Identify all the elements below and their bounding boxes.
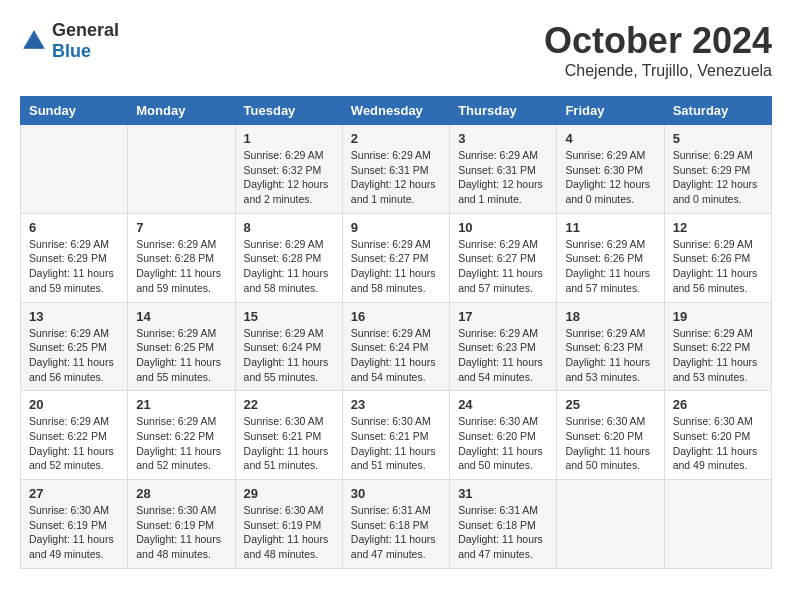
day-number: 15 <box>244 309 334 324</box>
cell-text: Sunset: 6:30 PM <box>565 163 655 178</box>
logo-icon <box>20 27 48 55</box>
calendar-cell: 24Sunrise: 6:30 AMSunset: 6:20 PMDayligh… <box>450 391 557 480</box>
cell-text: Daylight: 11 hours and 49 minutes. <box>673 444 763 473</box>
cell-text: Sunrise: 6:30 AM <box>244 414 334 429</box>
cell-text: Sunrise: 6:29 AM <box>565 326 655 341</box>
day-number: 18 <box>565 309 655 324</box>
day-number: 16 <box>351 309 441 324</box>
cell-text: Daylight: 11 hours and 56 minutes. <box>673 266 763 295</box>
calendar-cell: 30Sunrise: 6:31 AMSunset: 6:18 PMDayligh… <box>342 480 449 569</box>
cell-text: Sunrise: 6:29 AM <box>244 148 334 163</box>
cell-text: Sunset: 6:27 PM <box>458 251 548 266</box>
calendar-cell: 3Sunrise: 6:29 AMSunset: 6:31 PMDaylight… <box>450 125 557 214</box>
calendar-cell: 5Sunrise: 6:29 AMSunset: 6:29 PMDaylight… <box>664 125 771 214</box>
page-header: General Blue October 2024 Chejende, Truj… <box>20 20 772 80</box>
cell-text: Daylight: 11 hours and 58 minutes. <box>244 266 334 295</box>
cell-text: Daylight: 11 hours and 47 minutes. <box>351 532 441 561</box>
calendar-cell: 31Sunrise: 6:31 AMSunset: 6:18 PMDayligh… <box>450 480 557 569</box>
calendar-cell: 10Sunrise: 6:29 AMSunset: 6:27 PMDayligh… <box>450 213 557 302</box>
cell-text: Sunset: 6:18 PM <box>458 518 548 533</box>
day-number: 27 <box>29 486 119 501</box>
calendar-cell: 22Sunrise: 6:30 AMSunset: 6:21 PMDayligh… <box>235 391 342 480</box>
calendar-cell <box>557 480 664 569</box>
cell-text: Daylight: 11 hours and 57 minutes. <box>458 266 548 295</box>
day-number: 5 <box>673 131 763 146</box>
day-number: 30 <box>351 486 441 501</box>
cell-text: Daylight: 11 hours and 55 minutes. <box>136 355 226 384</box>
cell-text: Sunrise: 6:30 AM <box>673 414 763 429</box>
cell-text: Sunset: 6:24 PM <box>351 340 441 355</box>
cell-text: Daylight: 11 hours and 50 minutes. <box>565 444 655 473</box>
cell-text: Daylight: 12 hours and 0 minutes. <box>673 177 763 206</box>
day-header-sunday: Sunday <box>21 97 128 125</box>
day-number: 25 <box>565 397 655 412</box>
cell-text: Sunrise: 6:29 AM <box>29 414 119 429</box>
cell-text: Sunrise: 6:30 AM <box>244 503 334 518</box>
cell-text: Daylight: 11 hours and 47 minutes. <box>458 532 548 561</box>
cell-text: Sunrise: 6:29 AM <box>351 237 441 252</box>
cell-text: Daylight: 11 hours and 59 minutes. <box>136 266 226 295</box>
cell-text: Daylight: 11 hours and 48 minutes. <box>244 532 334 561</box>
month-title: October 2024 <box>544 20 772 62</box>
cell-text: Sunrise: 6:29 AM <box>673 237 763 252</box>
day-number: 17 <box>458 309 548 324</box>
calendar-cell: 26Sunrise: 6:30 AMSunset: 6:20 PMDayligh… <box>664 391 771 480</box>
day-number: 10 <box>458 220 548 235</box>
cell-text: Sunrise: 6:30 AM <box>351 414 441 429</box>
calendar-cell: 15Sunrise: 6:29 AMSunset: 6:24 PMDayligh… <box>235 302 342 391</box>
cell-text: Daylight: 12 hours and 1 minute. <box>351 177 441 206</box>
cell-text: Sunset: 6:23 PM <box>565 340 655 355</box>
calendar-body: 1Sunrise: 6:29 AMSunset: 6:32 PMDaylight… <box>21 125 772 569</box>
calendar-cell: 18Sunrise: 6:29 AMSunset: 6:23 PMDayligh… <box>557 302 664 391</box>
cell-text: Sunrise: 6:30 AM <box>29 503 119 518</box>
logo: General Blue <box>20 20 119 62</box>
calendar-cell: 1Sunrise: 6:29 AMSunset: 6:32 PMDaylight… <box>235 125 342 214</box>
day-number: 3 <box>458 131 548 146</box>
cell-text: Sunrise: 6:29 AM <box>673 148 763 163</box>
cell-text: Sunrise: 6:29 AM <box>565 237 655 252</box>
cell-text: Sunset: 6:22 PM <box>136 429 226 444</box>
cell-text: Sunset: 6:20 PM <box>673 429 763 444</box>
day-number: 1 <box>244 131 334 146</box>
cell-text: Daylight: 11 hours and 56 minutes. <box>29 355 119 384</box>
calendar-cell: 2Sunrise: 6:29 AMSunset: 6:31 PMDaylight… <box>342 125 449 214</box>
calendar-cell: 29Sunrise: 6:30 AMSunset: 6:19 PMDayligh… <box>235 480 342 569</box>
calendar-cell <box>128 125 235 214</box>
cell-text: Sunset: 6:28 PM <box>244 251 334 266</box>
cell-text: Sunrise: 6:30 AM <box>565 414 655 429</box>
day-number: 8 <box>244 220 334 235</box>
calendar-cell: 12Sunrise: 6:29 AMSunset: 6:26 PMDayligh… <box>664 213 771 302</box>
cell-text: Sunset: 6:26 PM <box>565 251 655 266</box>
cell-text: Sunrise: 6:30 AM <box>458 414 548 429</box>
cell-text: Sunrise: 6:31 AM <box>351 503 441 518</box>
calendar-table: SundayMondayTuesdayWednesdayThursdayFrid… <box>20 96 772 569</box>
cell-text: Daylight: 11 hours and 52 minutes. <box>136 444 226 473</box>
day-header-thursday: Thursday <box>450 97 557 125</box>
cell-text: Sunset: 6:21 PM <box>351 429 441 444</box>
calendar-cell: 25Sunrise: 6:30 AMSunset: 6:20 PMDayligh… <box>557 391 664 480</box>
calendar-cell: 16Sunrise: 6:29 AMSunset: 6:24 PMDayligh… <box>342 302 449 391</box>
cell-text: Sunset: 6:19 PM <box>136 518 226 533</box>
calendar-cell: 27Sunrise: 6:30 AMSunset: 6:19 PMDayligh… <box>21 480 128 569</box>
cell-text: Sunset: 6:18 PM <box>351 518 441 533</box>
cell-text: Sunset: 6:25 PM <box>29 340 119 355</box>
week-row-2: 6Sunrise: 6:29 AMSunset: 6:29 PMDaylight… <box>21 213 772 302</box>
day-number: 4 <box>565 131 655 146</box>
day-number: 31 <box>458 486 548 501</box>
calendar-cell: 7Sunrise: 6:29 AMSunset: 6:28 PMDaylight… <box>128 213 235 302</box>
day-number: 29 <box>244 486 334 501</box>
cell-text: Sunrise: 6:29 AM <box>136 237 226 252</box>
calendar-cell: 11Sunrise: 6:29 AMSunset: 6:26 PMDayligh… <box>557 213 664 302</box>
cell-text: Sunset: 6:19 PM <box>29 518 119 533</box>
week-row-5: 27Sunrise: 6:30 AMSunset: 6:19 PMDayligh… <box>21 480 772 569</box>
cell-text: Sunrise: 6:29 AM <box>244 237 334 252</box>
day-number: 14 <box>136 309 226 324</box>
calendar-cell: 6Sunrise: 6:29 AMSunset: 6:29 PMDaylight… <box>21 213 128 302</box>
cell-text: Sunset: 6:27 PM <box>351 251 441 266</box>
cell-text: Sunset: 6:29 PM <box>29 251 119 266</box>
calendar-cell <box>664 480 771 569</box>
day-number: 22 <box>244 397 334 412</box>
cell-text: Daylight: 12 hours and 0 minutes. <box>565 177 655 206</box>
cell-text: Sunset: 6:32 PM <box>244 163 334 178</box>
day-number: 19 <box>673 309 763 324</box>
